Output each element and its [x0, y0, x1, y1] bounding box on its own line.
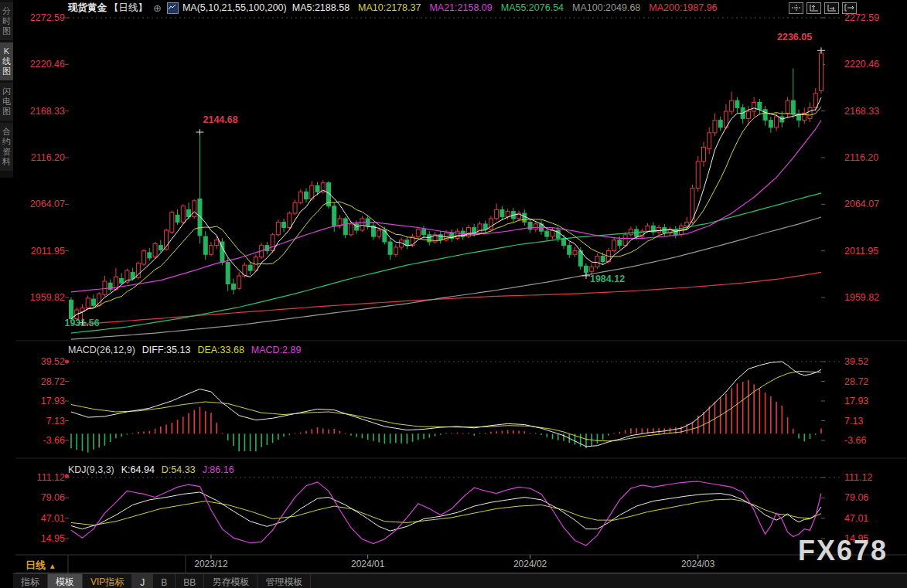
tab-B[interactable]: B: [153, 574, 176, 588]
candle-body: [315, 185, 319, 192]
candle-body: [786, 100, 789, 113]
candle-body: [696, 161, 700, 189]
candle-body: [153, 243, 157, 257]
candle-body: [293, 202, 297, 213]
price-annotation-2236.05: 2236.05: [777, 32, 812, 42]
ma-legend: MA5:2188.58MA10:2178.37MA21:2158.09MA55:…: [292, 2, 718, 13]
y-axis-label: 2220.46: [25, 59, 65, 70]
candle-body: [131, 272, 135, 278]
circle-plus-icon[interactable]: ⊕: [153, 2, 162, 14]
candle-body: [231, 284, 235, 289]
price-annotation-1984.12: 1984.12: [590, 274, 625, 284]
y-axis-label: -3.66: [844, 436, 867, 446]
price-annotation-1931.56: 1931.56: [64, 318, 99, 328]
candle-body: [568, 246, 571, 255]
macd-dea-value: DEA:33.68: [197, 345, 244, 355]
scale-axis-right-icon[interactable]: [824, 2, 839, 14]
candle-body: [708, 133, 711, 149]
y-axis-label: 2272.59: [25, 13, 65, 23]
tab-另存模板[interactable]: 另存模板: [204, 574, 257, 588]
y-axis-label: -3.66: [25, 436, 65, 446]
ma-legend-value: MA10:2178.37: [358, 2, 421, 13]
candle-body: [176, 215, 179, 222]
sidebar: 分时图K线图闪电图合约资料: [0, 0, 13, 178]
tab-模板[interactable]: 模板: [48, 574, 83, 588]
y-axis-label: 47.01: [25, 514, 65, 524]
candle-body: [209, 246, 213, 255]
y-axis-label: 1959.82: [25, 293, 65, 303]
ma-legend-value: MA5:2188.58: [292, 2, 350, 13]
y-axis-label: 111.12: [25, 473, 65, 483]
price-annotation-2144.68: 2144.68: [203, 114, 237, 125]
crosshair-icon[interactable]: [789, 2, 803, 14]
candle-body: [215, 240, 219, 246]
y-axis-label: 2116.20: [25, 153, 65, 163]
candle-body: [758, 102, 762, 109]
candle-body: [159, 246, 162, 250]
candle-body: [523, 213, 527, 223]
y-axis-label: 2168.33: [844, 107, 879, 117]
tab-VIP指标[interactable]: VIP指标: [83, 574, 132, 588]
tab-BB[interactable]: BB: [176, 574, 204, 588]
sidebar-item-K线图[interactable]: K线图: [0, 42, 13, 80]
tab-J[interactable]: J: [132, 574, 153, 588]
candle-body: [377, 230, 381, 236]
candle-body: [70, 300, 73, 318]
ma-legend-value: MA200:1987.96: [649, 2, 717, 13]
candle-body: [422, 229, 426, 235]
candle-body: [813, 93, 817, 108]
candle-body: [629, 229, 633, 235]
y-axis-label: 2220.46: [844, 59, 879, 70]
y-axis-label: 2064.07: [25, 199, 65, 209]
y-axis-label: 2168.33: [25, 107, 65, 117]
scale-axis-left-icon[interactable]: [806, 2, 821, 14]
tab-指标[interactable]: 指标: [13, 574, 48, 588]
candle-body: [506, 212, 510, 217]
period-selector[interactable]: 日线 ▲: [26, 559, 56, 573]
y-axis-label: 14.95: [25, 534, 65, 544]
candle-body: [528, 223, 532, 229]
app-window: { "header": { "symbol": "现货黄金", "period_…: [0, 0, 907, 588]
candle-body: [730, 100, 734, 111]
kdj-legend: KDJ(9,3,3) K:64.94 D:54.33 J:86.16: [68, 464, 234, 475]
candle-body: [718, 121, 722, 127]
tab-管理模板[interactable]: 管理模板: [257, 574, 311, 588]
candle-body: [551, 230, 554, 236]
candle-body: [534, 224, 537, 229]
candle-body: [601, 257, 605, 262]
candle-body: [763, 110, 767, 121]
candle-body: [332, 206, 336, 226]
candle-body: [97, 294, 101, 305]
candle-body: [472, 228, 476, 233]
candle-body: [142, 251, 146, 264]
candle-body: [483, 224, 487, 229]
macd-pane-dot[interactable]: [65, 359, 69, 363]
candle-body: [500, 209, 504, 216]
sidebar-item-闪电图[interactable]: 闪电图: [0, 83, 13, 121]
chart-canvas[interactable]: [0, 0, 907, 588]
candle-body: [657, 228, 661, 233]
y-axis-label: 28.72: [25, 377, 65, 387]
x-axis-date: 2024/01: [351, 559, 384, 569]
bottom-tabbar: 指标模板VIP指标JBBB另存模板管理模板: [13, 573, 907, 588]
candle-body: [752, 102, 756, 111]
macd-diff-value: DIFF:35.13: [142, 345, 191, 355]
candle-body: [288, 213, 292, 228]
candle-body: [590, 267, 594, 271]
ma-legend-value: MA100:2049.68: [572, 2, 640, 13]
candle-body: [86, 298, 90, 308]
sidebar-item-合约资料[interactable]: 合约资料: [0, 123, 13, 171]
candle-body: [120, 278, 124, 283]
kdj-j-value: J:86.16: [203, 464, 234, 475]
macd-title: MACD(26,12,9): [68, 345, 135, 355]
y-axis-label: 2064.07: [844, 199, 879, 209]
macd-macd-value: MACD:2.89: [251, 345, 302, 355]
mini-chart-icon[interactable]: [167, 2, 179, 14]
sidebar-item-分时图[interactable]: 分时图: [0, 2, 13, 40]
y-axis-label: 2011.95: [844, 246, 878, 257]
candle-body: [360, 219, 364, 230]
ma-params-label: MA(5,10,21,55,100,200): [182, 2, 287, 13]
candle-body: [769, 121, 772, 127]
y-axis-label: 17.93: [844, 396, 868, 406]
candle-body: [735, 100, 739, 107]
